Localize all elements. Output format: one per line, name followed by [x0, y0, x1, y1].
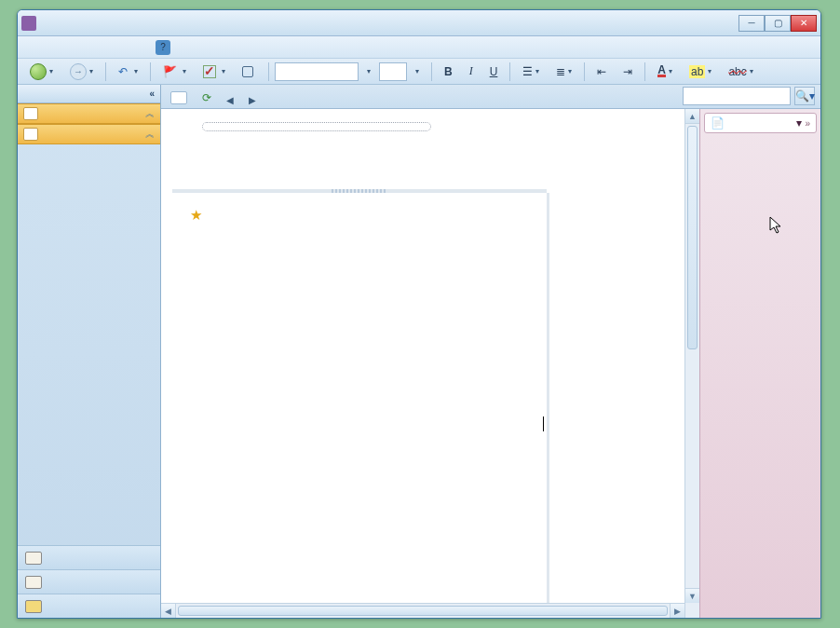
scroll-thumb-h[interactable]	[178, 606, 668, 616]
collapse-icon: «	[149, 89, 155, 99]
font-size-input[interactable]	[379, 62, 407, 81]
back-icon	[30, 63, 47, 80]
bold-button[interactable]: B	[438, 61, 459, 82]
title-bar[interactable]: ─ ▢ ✕	[18, 10, 820, 36]
section-group-icon	[170, 91, 187, 104]
spellcheck-icon: abc	[728, 65, 746, 78]
italic-button[interactable]: I	[463, 61, 480, 82]
notebooks-header[interactable]: «	[18, 85, 160, 103]
notebook-icon	[23, 107, 38, 120]
bullets-icon: ☰	[522, 65, 533, 78]
scroll-right-button[interactable]: ▶	[670, 604, 684, 618]
font-size-dropdown[interactable]: ▾	[409, 61, 426, 82]
close-button[interactable]: ✕	[791, 15, 817, 32]
chevron-up-icon: ︽	[145, 128, 155, 141]
new-page-icon: 📄	[711, 116, 725, 130]
checkbox-icon	[203, 65, 216, 78]
font-name-dropdown[interactable]: ▾	[360, 61, 377, 82]
help-icon[interactable]: ?	[156, 40, 170, 55]
tag-button[interactable]: ▾	[196, 61, 232, 82]
folder-icon	[25, 552, 42, 565]
menu-share[interactable]	[88, 46, 100, 49]
page-tabs-panel: 📄 ▾ »	[699, 109, 820, 618]
note-container[interactable]: ★	[172, 189, 547, 299]
new-page-button[interactable]: 📄 ▾ »	[704, 113, 817, 133]
outdent-button[interactable]: ⇤	[590, 61, 613, 82]
maximize-button[interactable]: ▢	[765, 15, 791, 32]
vertical-scrollbar[interactable]: ▲ ▼	[684, 109, 699, 618]
section-tabs: ⟳ ◀ ▶ 🔍▾	[161, 85, 820, 109]
chevron-up-icon: ︽	[145, 107, 155, 120]
task-button[interactable]: 🚩 ▾	[156, 61, 193, 82]
toolbar: ▾ →▾ ↶▾ 🚩 ▾ ▾ ▾ ▾ B I U ☰▾ ≣▾ ⇤ ⇥ A▾ ab▾…	[18, 59, 820, 85]
menu-tools[interactable]	[102, 46, 113, 49]
font-color-button[interactable]: A▾	[651, 61, 679, 82]
underline-button[interactable]: U	[483, 61, 505, 82]
tab-scroll-right[interactable]: ▶	[245, 91, 260, 108]
minimize-button[interactable]: ─	[738, 15, 765, 32]
app-window: ─ ▢ ✕ ? ▾ →▾ ↶▾ 🚩 ▾ ▾ ▾ ▾ B	[17, 9, 821, 619]
clip-button[interactable]	[236, 61, 263, 82]
indent-button[interactable]: ⇥	[616, 61, 639, 82]
menu-insert[interactable]	[62, 46, 74, 49]
numbering-icon: ≣	[556, 65, 565, 78]
search-input[interactable]	[683, 87, 791, 105]
container-drag-handle[interactable]	[332, 189, 387, 193]
highlight-button[interactable]: ab▾	[683, 61, 718, 82]
font-color-icon: A	[657, 65, 666, 77]
page-canvas[interactable]: ★	[161, 109, 699, 618]
text-cursor	[543, 416, 544, 431]
horizontal-scrollbar[interactable]: ◀ ▶	[161, 603, 684, 618]
all-notebooks[interactable]	[18, 594, 160, 618]
menu-table[interactable]	[115, 46, 126, 49]
notebook-icon	[23, 128, 38, 141]
scroll-left-button[interactable]: ◀	[161, 604, 176, 618]
menu-help[interactable]	[141, 46, 152, 49]
expand-pagetabs-icon[interactable]: »	[805, 118, 810, 129]
menu-edit[interactable]	[36, 46, 47, 49]
menu-view[interactable]	[49, 46, 61, 49]
scroll-up-button[interactable]: ▲	[685, 109, 699, 124]
star-tag-icon[interactable]: ★	[187, 206, 204, 225]
bullets-button[interactable]: ☰▾	[516, 61, 546, 82]
folder-icon	[25, 576, 42, 589]
menu-bar: ?	[18, 36, 820, 59]
unfiled-notes[interactable]	[18, 545, 160, 569]
contacts-section-header[interactable]: ︽	[18, 124, 160, 144]
back-button[interactable]: ▾	[23, 61, 60, 82]
undo-button[interactable]: ↶▾	[112, 61, 144, 82]
highlight-icon: ab	[689, 65, 705, 78]
spellcheck-button[interactable]: abc▾	[722, 61, 759, 82]
numbering-button[interactable]: ≣▾	[549, 61, 578, 82]
undo-icon: ↶	[118, 65, 131, 78]
tab-scroll-left[interactable]: ◀	[223, 91, 237, 108]
refresh-icon[interactable]: ⟳	[202, 91, 211, 104]
page-title-container[interactable]	[202, 122, 431, 131]
section-header[interactable]: ⟳	[167, 91, 221, 108]
clip-icon	[242, 66, 253, 77]
menu-window[interactable]	[128, 46, 139, 49]
indent-icon: ⇥	[623, 65, 632, 78]
search-icon: 🔍	[795, 89, 809, 102]
outdent-icon: ⇤	[597, 65, 606, 78]
notebooks-icon	[25, 600, 42, 613]
navigation-panel: « ︽ ︽	[18, 85, 161, 618]
onenote-icon	[21, 16, 36, 31]
font-name-input[interactable]	[275, 62, 359, 81]
forward-icon: →	[70, 63, 87, 80]
misplaced-sections[interactable]	[18, 569, 160, 594]
forward-button[interactable]: →▾	[63, 61, 100, 82]
scroll-thumb[interactable]	[687, 126, 698, 349]
menu-format[interactable]	[75, 46, 87, 49]
search-button[interactable]: 🔍▾	[794, 87, 815, 105]
scroll-down-button[interactable]: ▼	[685, 588, 699, 603]
projects-section-header[interactable]: ︽	[18, 103, 160, 124]
menu-file[interactable]	[23, 46, 34, 49]
